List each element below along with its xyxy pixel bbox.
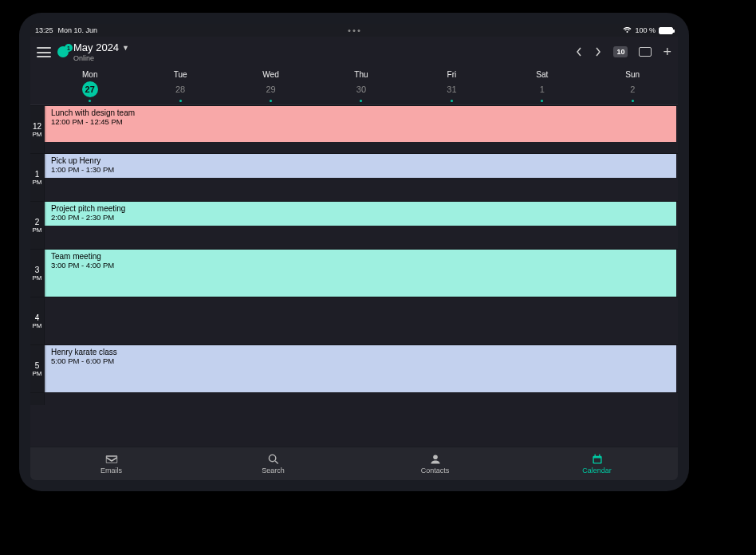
event-slot[interactable]: Henry karate class 5:00 PM - 6:00 PM xyxy=(45,345,678,392)
nav-calendar[interactable]: Calendar xyxy=(516,447,678,480)
event-time: 3:00 PM - 4:00 PM xyxy=(51,261,671,270)
event-slot[interactable]: Project pitch meeting 2:00 PM - 2:30 PM xyxy=(45,202,678,249)
app-logo[interactable]: 1 xyxy=(57,46,69,57)
add-event-button[interactable]: + xyxy=(663,46,671,57)
hour-row-partial-6pm xyxy=(30,392,678,405)
event-slot[interactable]: Pick up Henry 1:00 PM - 1:30 PM xyxy=(45,154,678,201)
next-week-button[interactable] xyxy=(594,46,602,57)
nav-label: Calendar xyxy=(582,466,612,474)
day-timeline[interactable]: 12 PM Lunch with design team 12:00 PM - … xyxy=(30,105,678,447)
day-number: 28 xyxy=(172,81,188,97)
search-icon xyxy=(267,454,280,465)
day-header-wed[interactable]: Wed 29 xyxy=(226,67,316,104)
event-time: 1:00 PM - 1:30 PM xyxy=(51,165,671,174)
calendar-event-team[interactable]: Team meeting 3:00 PM - 4:00 PM xyxy=(45,250,676,297)
svg-point-0 xyxy=(269,455,275,461)
nav-label: Emails xyxy=(100,466,122,474)
day-name-label: Mon xyxy=(82,70,97,79)
nav-contacts[interactable]: Contacts xyxy=(354,447,516,480)
today-button[interactable]: 10 xyxy=(613,46,628,57)
day-name-label: Tue xyxy=(174,70,187,79)
time-hour: 1 xyxy=(35,170,40,179)
day-header-sat[interactable]: Sat 1 xyxy=(497,67,587,104)
svg-rect-5 xyxy=(599,454,600,456)
hour-row-5pm: 5 PM Henry karate class 5:00 PM - 6:00 P… xyxy=(30,344,678,392)
nav-emails[interactable]: Emails xyxy=(30,447,192,480)
day-name-label: Sun xyxy=(625,70,640,79)
calendar-event-lunch[interactable]: Lunch with design team 12:00 PM - 12:45 … xyxy=(45,106,676,142)
day-number: 30 xyxy=(353,81,369,97)
time-ampm: PM xyxy=(33,179,42,186)
prev-week-button[interactable] xyxy=(575,46,583,57)
event-indicator-dot xyxy=(270,100,272,102)
event-title: Pick up Henry xyxy=(51,156,671,165)
event-slot[interactable]: Team meeting 3:00 PM - 4:00 PM xyxy=(45,250,678,297)
event-indicator-dot xyxy=(89,100,91,102)
time-gutter: 4 PM xyxy=(30,297,45,344)
event-title: Team meeting xyxy=(51,252,671,261)
calendar-event-pitch[interactable]: Project pitch meeting 2:00 PM - 2:30 PM xyxy=(45,202,676,226)
chevron-down-icon: ▼ xyxy=(122,44,129,52)
battery-percent: 100 % xyxy=(635,26,656,34)
day-name-label: Fri xyxy=(447,70,457,79)
nav-label: Contacts xyxy=(421,466,450,474)
app-header: 1 May 2024 ▼ Online 10 + xyxy=(30,37,678,67)
menu-icon[interactable] xyxy=(37,46,51,57)
hour-row-1pm: 1 PM Pick up Henry 1:00 PM - 1:30 PM xyxy=(30,153,678,201)
time-hour: 5 xyxy=(35,361,40,370)
wifi-icon xyxy=(623,27,632,33)
event-slot[interactable] xyxy=(45,393,678,405)
day-header-fri[interactable]: Fri 31 xyxy=(407,67,497,104)
day-header-thu[interactable]: Thu 30 xyxy=(316,67,406,104)
screen: 13:25 Mon 10. Jun 100 % 1 xyxy=(30,24,678,480)
event-slot[interactable]: Lunch with design team 12:00 PM - 12:45 … xyxy=(45,106,678,153)
status-bar: 13:25 Mon 10. Jun 100 % xyxy=(30,24,678,37)
day-header-tue[interactable]: Tue 28 xyxy=(135,67,225,104)
event-time: 12:00 PM - 12:45 PM xyxy=(51,117,671,126)
day-name-label: Wed xyxy=(262,70,278,79)
time-ampm: PM xyxy=(33,370,42,377)
time-gutter: 12 PM xyxy=(30,106,45,153)
time-gutter-header xyxy=(30,67,45,104)
logo-badge: 1 xyxy=(65,44,73,52)
calendar-event-pickup[interactable]: Pick up Henry 1:00 PM - 1:30 PM xyxy=(45,154,676,178)
event-indicator-dot xyxy=(541,100,543,102)
week-header: Mon 27 Tue 28 Wed 29 Thu 30 Fri 31 xyxy=(30,67,678,105)
time-ampm: PM xyxy=(33,226,42,234)
bottom-nav: Emails Search Contacts Calendar xyxy=(30,447,678,480)
hour-row-4pm: 4 PM xyxy=(30,297,678,344)
person-icon xyxy=(429,454,442,465)
nav-search[interactable]: Search xyxy=(192,447,354,480)
calendar-icon xyxy=(591,454,604,465)
event-indicator-dot xyxy=(179,100,182,102)
time-gutter: 1 PM xyxy=(30,154,45,201)
event-time: 5:00 PM - 6:00 PM xyxy=(51,356,671,365)
event-indicator-dot xyxy=(632,100,634,102)
day-header-sun[interactable]: Sun 2 xyxy=(588,67,678,104)
day-number: 31 xyxy=(443,81,459,97)
status-bar-left: 13:25 Mon 10. Jun xyxy=(35,26,97,34)
time-hour: 3 xyxy=(35,266,40,274)
month-selector[interactable]: May 2024 ▼ Online xyxy=(73,41,129,62)
battery-icon xyxy=(659,27,673,34)
event-slot[interactable] xyxy=(45,297,678,344)
hour-row-12pm: 12 PM Lunch with design team 12:00 PM - … xyxy=(30,105,678,153)
status-bar-handle[interactable] xyxy=(348,30,360,32)
view-toggle-button[interactable] xyxy=(639,47,652,57)
day-number: 27 xyxy=(82,81,98,97)
time-ampm: PM xyxy=(33,322,42,329)
time-gutter: 3 PM xyxy=(30,250,45,297)
event-title: Project pitch meeting xyxy=(51,204,671,213)
time-gutter: 2 PM xyxy=(30,202,45,249)
day-header-mon[interactable]: Mon 27 xyxy=(45,67,135,104)
event-title: Henry karate class xyxy=(51,348,671,356)
day-name-label: Sat xyxy=(536,70,548,79)
hour-row-3pm: 3 PM Team meeting 3:00 PM - 4:00 PM xyxy=(30,249,678,297)
event-time: 2:00 PM - 2:30 PM xyxy=(51,213,671,222)
calendar-event-karate[interactable]: Henry karate class 5:00 PM - 6:00 PM xyxy=(45,345,676,392)
time-hour: 12 xyxy=(33,122,41,131)
day-number: 29 xyxy=(263,81,279,97)
time-hour: 4 xyxy=(35,313,40,322)
status-date: Mon 10. Jun xyxy=(58,26,98,34)
event-indicator-dot xyxy=(451,100,453,102)
